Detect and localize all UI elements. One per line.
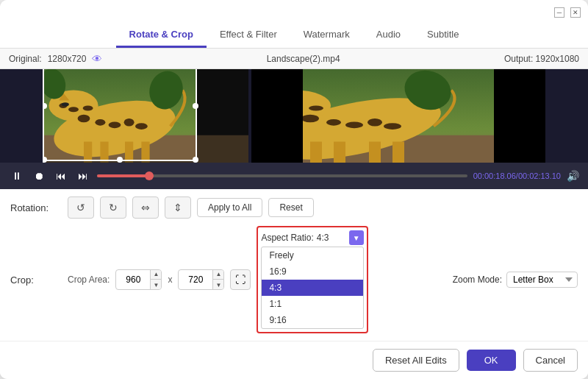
output-resolution: 1920x1080 bbox=[536, 54, 579, 64]
info-bar: Original: 1280x720 👁 Landscape(2).mp4 Ou… bbox=[0, 49, 588, 69]
filename: Landscape(2).mp4 bbox=[267, 54, 340, 64]
rotation-row: Rotation: ↺ ↻ ⇔ ⇕ Apply to All Reset bbox=[10, 196, 578, 219]
flip-v-icon: ⇕ bbox=[173, 202, 182, 213]
next-button[interactable]: ⏭ bbox=[75, 168, 91, 184]
bottom-bar: Reset All Edits OK Cancel bbox=[0, 341, 588, 379]
crop-handle-bm[interactable] bbox=[117, 157, 123, 163]
main-window: ─ ✕ Rotate & Crop Effect & Filter Waterm… bbox=[0, 0, 588, 379]
black-bar-right bbox=[494, 69, 545, 163]
crop-height-input-group: ▲ ▼ bbox=[178, 269, 224, 290]
crop-width-up[interactable]: ▲ bbox=[151, 269, 161, 280]
crop-handle-mr[interactable] bbox=[193, 103, 198, 109]
flip-h-icon: ⇔ bbox=[141, 202, 150, 213]
aspect-option-9-16[interactable]: 9:16 bbox=[262, 312, 362, 328]
aspect-ratio-value: 4:3 bbox=[317, 233, 346, 243]
video-right bbox=[251, 69, 545, 163]
original-resolution: 1280x720 bbox=[48, 54, 87, 64]
flip-vertical-button[interactable]: ⇕ bbox=[165, 196, 191, 219]
tab-effect-filter[interactable]: Effect & Filter bbox=[207, 23, 290, 48]
tab-rotate-crop[interactable]: Rotate & Crop bbox=[116, 23, 207, 48]
crop-width-input-group: ▲ ▼ bbox=[115, 269, 162, 290]
zoom-mode-group: Zoom Mode: Letter Box Pan & Scale Full S… bbox=[453, 272, 578, 288]
zoom-mode-label: Zoom Mode: bbox=[453, 274, 502, 285]
aspect-option-16-9[interactable]: 16:9 bbox=[262, 263, 362, 280]
close-button[interactable]: ✕ bbox=[570, 7, 581, 18]
rotate-left-icon: ↺ bbox=[76, 202, 85, 213]
rotate-right-button[interactable]: ↻ bbox=[100, 196, 126, 219]
flip-horizontal-button[interactable]: ⇔ bbox=[132, 196, 159, 219]
output-label: Output: bbox=[504, 54, 533, 64]
crop-overlay[interactable] bbox=[43, 69, 197, 161]
tab-watermark[interactable]: Watermark bbox=[290, 23, 363, 48]
ok-button[interactable]: OK bbox=[467, 350, 516, 371]
tab-subtitle[interactable]: Subtitle bbox=[414, 23, 472, 48]
crop-label: Crop: bbox=[10, 274, 62, 286]
crop-lock-button[interactable]: ⛶ bbox=[230, 269, 251, 290]
window-controls: ─ ✕ bbox=[554, 7, 581, 18]
crop-height-up[interactable]: ▲ bbox=[213, 269, 223, 280]
reset-rotation-button[interactable]: Reset bbox=[268, 198, 313, 217]
title-bar: ─ ✕ bbox=[0, 0, 588, 21]
pause-button[interactable]: ⏸ bbox=[9, 168, 25, 184]
tab-audio[interactable]: Audio bbox=[363, 23, 414, 48]
original-label: Original: bbox=[9, 54, 42, 64]
progress-track[interactable] bbox=[97, 174, 467, 177]
crop-height-spinners: ▲ ▼ bbox=[212, 269, 223, 290]
crop-row: Crop: Crop Area: ▲ ▼ x ▲ ▼ ⛶ bbox=[10, 226, 578, 333]
crop-width-down[interactable]: ▼ bbox=[151, 280, 161, 290]
aspect-option-freely[interactable]: Freely bbox=[262, 247, 362, 263]
aspect-ratio-dropdown: Aspect Ratio: 4:3 ▼ Freely 16:9 4:3 1:1 … bbox=[257, 226, 368, 333]
crop-handle-ml[interactable] bbox=[43, 103, 47, 109]
time-current: 00:00:18.06 bbox=[473, 171, 516, 180]
black-bar-left bbox=[251, 69, 303, 163]
aspect-dropdown-arrow[interactable]: ▼ bbox=[349, 230, 364, 245]
progress-thumb[interactable] bbox=[145, 171, 154, 180]
rotate-left-button[interactable]: ↺ bbox=[68, 196, 94, 219]
record-button[interactable]: ⏺ bbox=[31, 168, 47, 184]
time-total: 00:02:13.10 bbox=[518, 171, 561, 180]
crop-area-label: Crop Area: bbox=[68, 274, 110, 285]
crop-handle-br[interactable] bbox=[193, 157, 198, 163]
aspect-ratio-label: Aspect Ratio: bbox=[261, 233, 313, 243]
video-area bbox=[0, 69, 588, 163]
volume-icon[interactable]: 🔊 bbox=[567, 170, 579, 182]
video-left bbox=[43, 69, 248, 163]
chevron-down-icon: ▼ bbox=[353, 234, 360, 242]
rotation-label: Rotation: bbox=[10, 202, 62, 213]
time-display: 00:00:18.06/00:02:13.10 bbox=[473, 171, 561, 180]
crop-height-input[interactable] bbox=[179, 274, 212, 285]
prev-button[interactable]: ⏮ bbox=[53, 168, 69, 184]
aspect-options-list: Freely 16:9 4:3 1:1 9:16 bbox=[261, 247, 363, 329]
times-separator: x bbox=[168, 274, 172, 285]
rotate-right-icon: ↻ bbox=[109, 202, 118, 213]
cancel-button[interactable]: Cancel bbox=[523, 349, 578, 372]
progress-fill bbox=[97, 174, 149, 177]
aspect-option-4-3[interactable]: 4:3 bbox=[262, 280, 362, 296]
reset-all-edits-button[interactable]: Reset All Edits bbox=[373, 349, 459, 372]
crop-width-spinners: ▲ ▼ bbox=[150, 269, 161, 290]
info-right: Output: 1920x1080 bbox=[504, 54, 579, 64]
video-container bbox=[0, 69, 588, 163]
info-left: Original: 1280x720 👁 bbox=[9, 53, 102, 65]
zoom-mode-select[interactable]: Letter Box Pan & Scale Full Screen bbox=[506, 272, 578, 288]
crop-width-input[interactable] bbox=[116, 274, 150, 285]
aspect-option-1-1[interactable]: 1:1 bbox=[262, 296, 362, 312]
crop-height-down[interactable]: ▼ bbox=[213, 280, 223, 290]
eye-icon[interactable]: 👁 bbox=[92, 53, 102, 65]
playback-bar: ⏸ ⏺ ⏮ ⏭ 00:00:18.06/00:02:13.10 🔊 bbox=[0, 163, 588, 189]
aspect-select-row: Aspect Ratio: 4:3 ▼ bbox=[261, 230, 363, 245]
controls-area: Rotation: ↺ ↻ ⇔ ⇕ Apply to All Reset Cro… bbox=[0, 189, 588, 341]
minimize-button[interactable]: ─ bbox=[554, 7, 564, 18]
tab-bar: Rotate & Crop Effect & Filter Watermark … bbox=[0, 21, 588, 49]
apply-to-all-button[interactable]: Apply to All bbox=[197, 198, 262, 217]
